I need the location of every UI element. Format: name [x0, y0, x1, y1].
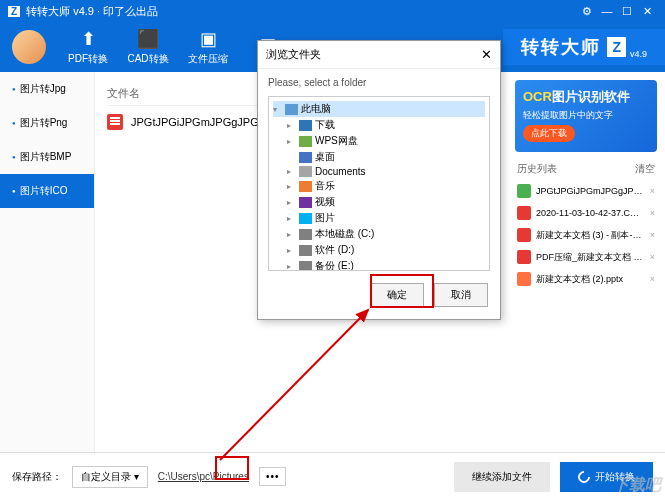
- history-item-remove[interactable]: ×: [650, 274, 655, 284]
- close-button[interactable]: ✕: [637, 5, 657, 18]
- tree-node-label: 音乐: [315, 179, 335, 193]
- sidebar-item-label: 图片转ICO: [20, 184, 68, 198]
- promo-card[interactable]: OCR图片识别软件 轻松提取图片中的文字 点此下载: [515, 80, 657, 152]
- history-item-remove[interactable]: ×: [650, 230, 655, 240]
- footer: 保存路径： 自定义目录 ▾ C:\Users\pc\Pictures ••• 继…: [0, 452, 665, 500]
- refresh-icon: [576, 468, 593, 485]
- history-title: 历史列表: [517, 162, 557, 176]
- tree-node[interactable]: ▸音乐: [273, 178, 485, 194]
- folder-icon: [299, 197, 312, 208]
- dialog-close-button[interactable]: ✕: [481, 47, 492, 62]
- toolbar-icon: ⬆: [58, 28, 118, 50]
- expand-icon[interactable]: ▸: [287, 198, 296, 207]
- tree-node[interactable]: ▸视频: [273, 194, 485, 210]
- sidebar-item-1[interactable]: ●图片转Png: [0, 106, 94, 140]
- save-path-link[interactable]: C:\Users\pc\Pictures: [158, 471, 249, 482]
- browse-path-button[interactable]: •••: [259, 467, 287, 486]
- tree-node[interactable]: ▸WPS网盘: [273, 133, 485, 149]
- toolbar-icon: ⬛: [118, 28, 178, 50]
- history-item[interactable]: 2020-11-03-10-42-37.CUT.00…×: [515, 202, 657, 224]
- tree-node[interactable]: ▸下载: [273, 117, 485, 133]
- expand-icon[interactable]: ▸: [287, 182, 296, 191]
- expand-icon[interactable]: ▸: [287, 214, 296, 223]
- toolbar-button-0[interactable]: ⬆PDF转换: [58, 28, 118, 66]
- folder-icon: [285, 104, 298, 115]
- folder-icon: [299, 152, 312, 163]
- folder-icon: [299, 166, 312, 177]
- avatar[interactable]: [12, 30, 46, 64]
- dialog-cancel-button[interactable]: 取消: [434, 283, 488, 307]
- folder-icon: [299, 120, 312, 131]
- toolbar-button-1[interactable]: ⬛CAD转换: [118, 28, 178, 66]
- expand-icon[interactable]: ▸: [287, 262, 296, 271]
- history-item[interactable]: 新建文本文档 (3) - 副本-002-00…×: [515, 224, 657, 246]
- brand-name: 转转大师: [521, 35, 601, 59]
- toolbar-label: CAD转换: [118, 52, 178, 66]
- tree-node[interactable]: ▸Documents: [273, 165, 485, 178]
- titlebar: Z 转转大师 v4.9 · 印了么出品 ⚙ — ☐ ✕: [0, 0, 665, 22]
- watermark: 下载吧: [613, 475, 661, 496]
- expand-icon[interactable]: ▸: [287, 137, 296, 146]
- save-mode-select[interactable]: 自定义目录 ▾: [72, 466, 148, 488]
- minimize-button[interactable]: —: [597, 5, 617, 17]
- expand-icon[interactable]: ▸: [287, 167, 296, 176]
- file-icon: [517, 206, 531, 220]
- expand-icon[interactable]: ▸: [287, 121, 296, 130]
- file-icon: [517, 184, 531, 198]
- folder-icon: [299, 213, 312, 224]
- sidebar-item-2[interactable]: ●图片转BMP: [0, 140, 94, 174]
- settings-icon[interactable]: ⚙: [577, 5, 597, 18]
- continue-add-button[interactable]: 继续添加文件: [454, 462, 550, 492]
- tree-node[interactable]: 桌面: [273, 149, 485, 165]
- maximize-button[interactable]: ☐: [617, 5, 637, 18]
- dialog-title: 浏览文件夹: [266, 47, 321, 62]
- brand-badge: Z: [607, 37, 626, 57]
- app-logo: Z: [8, 6, 20, 17]
- tree-node[interactable]: ▾此电脑: [273, 101, 485, 117]
- history-item-remove[interactable]: ×: [650, 252, 655, 262]
- sidebar-item-3[interactable]: ●图片转ICO: [0, 174, 94, 208]
- promo-download-button[interactable]: 点此下载: [523, 125, 575, 142]
- dialog-subtitle: Please, select a folder: [258, 69, 500, 96]
- history-item-name: 新建文本文档 (3) - 副本-002-00…: [536, 229, 645, 242]
- toolbar-icon: ▣: [178, 28, 238, 50]
- bullet-icon: ●: [12, 154, 16, 160]
- toolbar-label: 文件压缩: [178, 52, 238, 66]
- expand-icon[interactable]: ▾: [273, 105, 282, 114]
- tree-node-label: 视频: [315, 195, 335, 209]
- sidebar-item-label: 图片转Png: [20, 116, 68, 130]
- history-item-remove[interactable]: ×: [650, 186, 655, 196]
- toolbar-button-2[interactable]: ▣文件压缩: [178, 28, 238, 66]
- history-item-remove[interactable]: ×: [650, 208, 655, 218]
- file-icon: [517, 250, 531, 264]
- tree-node-label: 软件 (D:): [315, 243, 354, 257]
- file-icon: [517, 272, 531, 286]
- folder-icon: [299, 181, 312, 192]
- history-item[interactable]: PDF压缩_新建文本文档 (3) - 副…×: [515, 246, 657, 268]
- tree-node-label: 下载: [315, 118, 335, 132]
- app-title: 转转大师 v4.9 · 印了么出品: [26, 4, 577, 19]
- expand-icon[interactable]: ▸: [287, 230, 296, 239]
- history-item-name: 2020-11-03-10-42-37.CUT.00…: [536, 208, 645, 218]
- save-path-label: 保存路径：: [12, 470, 62, 484]
- tree-node[interactable]: ▸本地磁盘 (C:): [273, 226, 485, 242]
- tree-node[interactable]: ▸软件 (D:): [273, 242, 485, 258]
- history-item[interactable]: 新建文本文档 (2).pptx×: [515, 268, 657, 290]
- brand-panel: 转转大师 Z v4.9: [503, 29, 665, 65]
- history-item-name: 新建文本文档 (2).pptx: [536, 273, 645, 286]
- bullet-icon: ●: [12, 120, 16, 126]
- brand-version: v4.9: [630, 49, 647, 59]
- file-icon: [517, 228, 531, 242]
- tree-node-label: Documents: [315, 166, 366, 177]
- folder-icon: [299, 229, 312, 240]
- tree-node-label: 桌面: [315, 150, 335, 164]
- folder-tree[interactable]: ▾此电脑▸下载▸WPS网盘桌面▸Documents▸音乐▸视频▸图片▸本地磁盘 …: [268, 96, 490, 271]
- sidebar-item-0[interactable]: ●图片转Jpg: [0, 72, 94, 106]
- tree-node[interactable]: ▸图片: [273, 210, 485, 226]
- expand-icon[interactable]: ▸: [287, 246, 296, 255]
- dialog-ok-button[interactable]: 确定: [370, 283, 424, 307]
- browse-folder-dialog: 浏览文件夹 ✕ Please, select a folder ▾此电脑▸下载▸…: [257, 40, 501, 320]
- history-item[interactable]: JPGtJPGiJPGmJPGgJPG_1(1).jpg×: [515, 180, 657, 202]
- history-clear[interactable]: 清空: [635, 162, 655, 176]
- tree-node[interactable]: ▸备份 (E:): [273, 258, 485, 271]
